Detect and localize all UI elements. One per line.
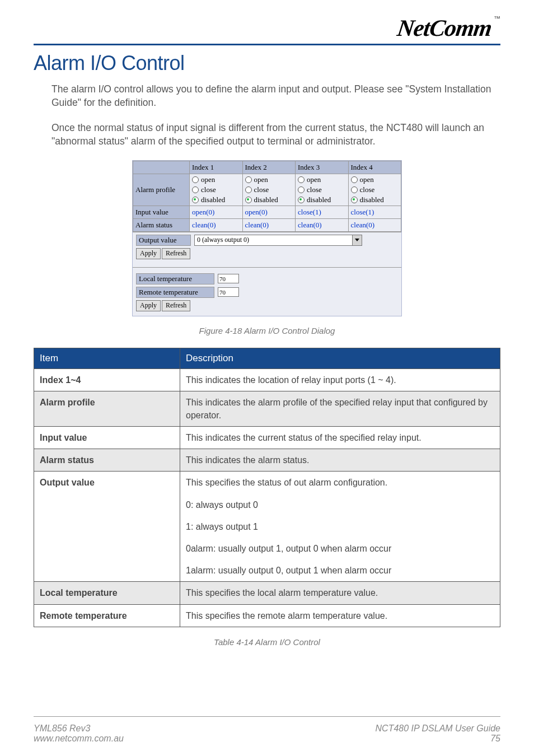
table-caption: Table 4-14 Alarm I/O Control [34,637,500,647]
radio-label: disabled [360,195,384,204]
table-desc-cell: This specifies the status of out alarm c… [180,472,500,582]
section-title: Alarm I/O Control [34,52,500,75]
radio-label: close [307,185,322,194]
figure-caption: Figure 4-18 Alarm I/O Control Dialog [34,326,500,335]
table-row: Alarm profileThis indicates the alarm pr… [34,391,500,426]
footer-rev: YML856 Rev3 [34,724,124,734]
intro-paragraph-2: Once the normal status of input signal i… [51,122,500,148]
table-item-cell: Index 1~4 [34,368,180,391]
radio-label: disabled [201,195,225,204]
row-label-alarm-status: Alarm status [133,218,190,231]
radio-open-col-1[interactable]: open [192,175,240,185]
row-label-output-value: Output value [136,235,191,246]
radio-icon [245,197,252,203]
table-row: Remote temperatureThis specifies the rem… [34,604,500,627]
radio-close-col-2[interactable]: close [245,185,293,195]
radio-icon [351,176,358,183]
col-header-index-2: Index 2 [242,161,296,174]
alarm-status-1: clean(0) [190,218,243,231]
radio-icon [245,186,252,193]
col-header-index-3: Index 3 [296,161,349,174]
remote-temperature-label: Remote temperature [136,287,214,298]
radio-disabled-col-2[interactable]: disabled [245,195,293,205]
radio-disabled-col-4[interactable]: disabled [351,195,399,205]
alarm-profile-cell-4: openclosedisabled [348,174,401,206]
radio-close-col-1[interactable]: close [192,185,240,195]
header-divider [34,44,500,45]
input-value-1: open(0) [190,206,243,218]
table-desc-cell: This indicates the current status of the… [180,427,500,449]
table-item-cell: Local temperature [34,582,180,604]
row-label-input-value: Input value [133,206,190,218]
logo-text: NetComm [396,15,494,41]
radio-icon [192,186,199,193]
remote-temperature-input[interactable]: 70 [218,287,239,297]
description-table: Item Description Index 1~4This indicates… [34,348,500,627]
radio-icon [298,176,305,183]
chevron-down-icon [352,235,362,245]
table-row: Output valueThis specifies the status of… [34,472,500,582]
radio-open-col-2[interactable]: open [245,175,293,185]
col-header-index-4: Index 4 [348,161,401,174]
alarm-profile-cell-3: openclosedisabled [296,174,349,206]
table-desc-cell: This indicates the location of relay inp… [180,368,500,391]
radio-label: open [307,175,321,184]
radio-label: close [360,185,375,194]
table-row: Local temperatureThis specifies the loca… [34,582,500,604]
output-value-selected: 0 (always output 0) [197,236,249,244]
alarm-io-dialog: Index 1 Index 2 Index 3 Index 4 Alarm pr… [133,161,401,316]
footer-divider [34,716,500,717]
table-item-cell: Input value [34,427,180,449]
alarm-io-table: Index 1 Index 2 Index 3 Index 4 Alarm pr… [133,161,401,232]
radio-disabled-col-3[interactable]: disabled [298,195,346,205]
alarm-status-2: clean(0) [242,218,296,231]
table-row: Index 1~4This indicates the location of … [34,368,500,391]
row-label-alarm-profile: Alarm profile [133,174,190,206]
table-item-cell: Alarm profile [34,391,180,426]
radio-open-col-3[interactable]: open [298,175,346,185]
refresh-button-2[interactable]: Refresh [162,300,190,311]
page-footer: YML856 Rev3 www.netcomm.com.au NCT480 IP… [34,724,500,744]
radio-icon [298,197,305,203]
desc-table-head-desc: Description [180,348,500,368]
radio-icon [351,186,358,193]
radio-label: open [360,175,374,184]
radio-icon [192,197,199,203]
table-desc-cell: This specifies the local alarm temperatu… [180,582,500,604]
radio-icon [298,186,305,193]
radio-icon [351,197,358,203]
table-desc-cell: This indicates the alarm profile of the … [180,391,500,426]
intro-paragraph-1: The alarm I/O control allows you to defi… [51,83,500,109]
table-desc-cell: This specifies the remote alarm temperat… [180,604,500,627]
refresh-button-1[interactable]: Refresh [162,248,190,259]
desc-table-head-item: Item [34,348,180,368]
brand-logo: NetComm™ [397,15,500,41]
input-value-4: close(1) [348,206,401,218]
radio-label: open [201,175,215,184]
radio-label: disabled [254,195,278,204]
radio-icon [192,176,199,183]
table-item-cell: Output value [34,472,180,582]
radio-label: close [254,185,269,194]
radio-disabled-col-1[interactable]: disabled [192,195,240,205]
radio-close-col-3[interactable]: close [298,185,346,195]
table-row: Alarm statusThis indicates the alarm sta… [34,449,500,472]
footer-doc-title: NCT480 IP DSLAM User Guide [376,724,500,734]
footer-page-number: 75 [376,734,500,744]
alarm-status-4: clean(0) [348,218,401,231]
radio-label: close [201,185,216,194]
table-desc-cell: This indicates the alarm status. [180,449,500,472]
alarm-status-3: clean(0) [296,218,349,231]
alarm-profile-cell-1: openclosedisabled [190,174,243,206]
output-value-select[interactable]: 0 (always output 0) [194,235,362,246]
local-temperature-input[interactable]: 70 [218,274,239,283]
apply-button-2[interactable]: Apply [136,300,161,311]
radio-open-col-4[interactable]: open [351,175,399,185]
table-item-cell: Alarm status [34,449,180,472]
col-header-index-1: Index 1 [190,161,243,174]
table-item-cell: Remote temperature [34,604,180,627]
alarm-profile-cell-2: openclosedisabled [242,174,296,206]
apply-button-1[interactable]: Apply [136,248,161,259]
radio-icon [245,176,252,183]
radio-close-col-4[interactable]: close [351,185,399,195]
